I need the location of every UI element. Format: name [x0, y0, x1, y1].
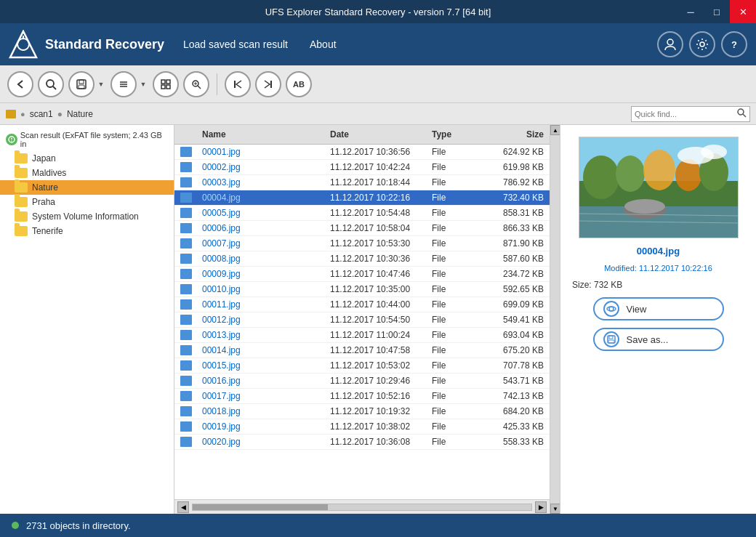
table-row[interactable]: ▣00015.jpg11.12.2017 10:53:02File707.78 …	[174, 358, 550, 374]
file-name: 00006.jpg	[196, 221, 324, 235]
list-group: ▼	[110, 71, 148, 97]
scroll-right-button[interactable]: ▶	[535, 501, 547, 513]
list-button[interactable]	[110, 71, 137, 97]
file-img-icon: ▣	[180, 330, 192, 340]
help-button[interactable]: ?	[721, 31, 747, 57]
tree-item-label: System Volume Information	[32, 211, 139, 222]
search-button[interactable]	[38, 71, 64, 97]
table-row[interactable]: ▣00010.jpg11.12.2017 10:35:00File592.65 …	[174, 282, 550, 297]
table-row[interactable]: ▣00019.jpg11.12.2017 10:38:02File425.33 …	[174, 419, 550, 435]
load-scan-link[interactable]: Load saved scan result	[183, 39, 288, 50]
file-icon-cell: ▣	[174, 358, 196, 373]
file-size: 234.72 KB	[484, 267, 550, 281]
user-button[interactable]	[657, 31, 683, 57]
col-type[interactable]: Type	[426, 128, 484, 141]
svg-point-80	[701, 145, 727, 159]
svg-point-4	[700, 42, 704, 47]
file-icon-cell: ▣	[174, 404, 196, 419]
table-row[interactable]: ▣00017.jpg11.12.2017 10:52:16File742.13 …	[174, 389, 550, 404]
file-date: 11.12.2017 10:36:08	[324, 435, 426, 449]
prev-button[interactable]	[225, 71, 251, 97]
find-button[interactable]	[183, 71, 209, 97]
svg-point-73	[616, 156, 645, 192]
search-go-button[interactable]	[736, 108, 747, 120]
scroll-up-button[interactable]: ▲	[550, 125, 560, 135]
table-row[interactable]: ▣00007.jpg11.12.2017 10:53:30File871.90 …	[174, 236, 550, 251]
table-row[interactable]: ▣00009.jpg11.12.2017 10:47:46File234.72 …	[174, 267, 550, 282]
file-type: File	[426, 145, 484, 159]
table-row[interactable]: ▣00005.jpg11.12.2017 10:54:48File858.31 …	[174, 206, 550, 221]
save-button[interactable]	[68, 71, 94, 97]
save-as-button[interactable]: Save as...	[593, 328, 724, 351]
find-icon	[190, 78, 202, 90]
vertical-scrollbar[interactable]: ▲ ▼	[550, 125, 560, 514]
help-icon: ?	[728, 38, 741, 51]
col-name[interactable]: Name	[196, 128, 324, 141]
next-button[interactable]	[255, 71, 281, 97]
tree-item[interactable]: Maldives	[0, 166, 174, 180]
search-icon	[45, 78, 57, 90]
file-size: 543.71 KB	[484, 374, 550, 388]
tree-item[interactable]: Tenerife	[0, 224, 174, 238]
view-button[interactable]: View	[593, 297, 724, 320]
table-row[interactable]: ▣00008.jpg11.12.2017 10:30:36File587.60 …	[174, 251, 550, 267]
save-arrow[interactable]: ▼	[96, 71, 106, 97]
text-button[interactable]: AB	[286, 71, 312, 97]
minimize-button[interactable]: ─	[677, 0, 704, 23]
file-size: 549.41 KB	[484, 312, 550, 327]
save-icon	[76, 78, 87, 90]
table-row[interactable]: ▣00006.jpg11.12.2017 10:58:04File866.33 …	[174, 221, 550, 236]
table-row[interactable]: ▣00014.jpg11.12.2017 10:47:58File675.20 …	[174, 343, 550, 358]
scroll-down-button[interactable]: ▼	[550, 504, 560, 514]
scroll-left-button[interactable]: ◀	[177, 501, 189, 513]
table-row[interactable]: ▣00013.jpg11.12.2017 11:00:24File693.04 …	[174, 328, 550, 343]
title-bar: UFS Explorer Standard Recovery - version…	[0, 0, 756, 23]
table-row[interactable]: ▣00020.jpg11.12.2017 10:36:08File558.33 …	[174, 435, 550, 450]
file-date: 11.12.2017 11:00:24	[324, 328, 426, 342]
back-button[interactable]	[7, 71, 33, 97]
title-controls: ─ □ ✕	[677, 0, 756, 23]
file-list-scrollbar[interactable]: ◀ ▶	[174, 499, 550, 514]
file-name: 00014.jpg	[196, 343, 324, 358]
search-input[interactable]	[635, 110, 736, 118]
table-row[interactable]: ▣00016.jpg11.12.2017 10:29:46File543.71 …	[174, 374, 550, 389]
table-row[interactable]: ▣00011.jpg11.12.2017 10:44:00File699.09 …	[174, 297, 550, 312]
scroll-thumb[interactable]	[193, 504, 328, 510]
scroll-track[interactable]	[192, 504, 532, 511]
table-row[interactable]: ▣00012.jpg11.12.2017 10:54:50File549.41 …	[174, 312, 550, 328]
settings-button[interactable]	[689, 31, 715, 57]
tree-item[interactable]: Praha	[0, 195, 174, 209]
search-box[interactable]	[631, 106, 750, 122]
col-size[interactable]: Size	[484, 128, 550, 141]
file-icon-cell: ▣	[174, 221, 196, 235]
file-name: 00003.jpg	[196, 175, 324, 190]
folder-icon	[15, 168, 28, 178]
list-arrow[interactable]: ▼	[138, 71, 148, 97]
col-date[interactable]: Date	[324, 128, 426, 141]
folder-icon	[15, 197, 28, 207]
about-link[interactable]: About	[310, 39, 337, 50]
breadcrumb-arrow: ●	[57, 109, 63, 119]
table-row[interactable]: ▣00018.jpg11.12.2017 10:19:32File684.20 …	[174, 404, 550, 419]
file-icon-cell: ▣	[174, 328, 196, 342]
breadcrumb-scan1[interactable]: scan1	[30, 109, 53, 119]
tree-item-label: Japan	[32, 153, 56, 163]
table-row[interactable]: ▣00001.jpg11.12.2017 10:36:56File624.92 …	[174, 145, 550, 160]
tree-item[interactable]: Japan	[0, 151, 174, 166]
breadcrumb-nature[interactable]: Nature	[67, 109, 93, 119]
grid-button[interactable]	[153, 71, 179, 97]
close-button[interactable]: ✕	[730, 0, 756, 23]
svg-point-72	[583, 156, 619, 199]
table-row[interactable]: ▣00003.jpg11.12.2017 10:18:44File786.92 …	[174, 175, 550, 190]
file-name: 00017.jpg	[196, 389, 324, 403]
file-img-icon: ▣	[180, 284, 192, 294]
file-icon-cell: ▣	[174, 282, 196, 296]
tree-item[interactable]: Nature	[0, 180, 174, 195]
maximize-button[interactable]: □	[704, 0, 730, 23]
file-img-icon: ▣	[180, 162, 192, 172]
tree-item[interactable]: System Volume Information	[0, 209, 174, 224]
vert-scroll-track[interactable]	[550, 135, 560, 504]
table-row[interactable]: ▣00004.jpg11.12.2017 10:22:16File732.40 …	[174, 190, 550, 206]
preview-modified: Modified: 11.12.2017 10:22:16	[604, 264, 712, 272]
table-row[interactable]: ▣00002.jpg11.12.2017 10:42:24File619.98 …	[174, 160, 550, 175]
